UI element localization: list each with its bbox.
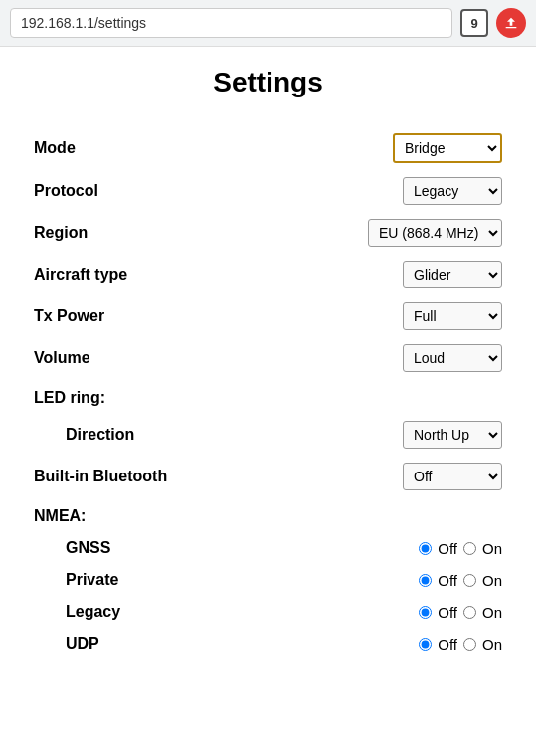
nmea-udp-row: UDP Off On <box>30 628 506 660</box>
nmea-udp-radio-group: Off On <box>295 636 502 653</box>
nmea-legacy-radio-group: Off On <box>295 604 502 621</box>
aircraft-type-label: Aircraft type <box>30 254 291 295</box>
direction-control: North Up Track Up Off <box>291 414 506 456</box>
settings-page: Settings Mode Bridge Receiver Transceive… <box>0 47 536 689</box>
tx-power-select[interactable]: Full Low Medium <box>403 302 502 330</box>
protocol-row: Protocol Legacy FLARM OGN <box>30 170 506 212</box>
nmea-legacy-off-radio[interactable] <box>419 606 432 619</box>
protocol-label: Protocol <box>30 170 291 212</box>
nmea-gnss-on-radio[interactable] <box>463 542 476 555</box>
bluetooth-control: Off On <box>291 456 506 497</box>
address-bar[interactable]: 192.168.1.1/settings <box>10 8 452 38</box>
protocol-control: Legacy FLARM OGN <box>291 170 506 212</box>
region-label: Region <box>30 212 291 254</box>
nmea-private-control: Off On <box>291 564 506 596</box>
nmea-private-radio-group: Off On <box>295 572 502 589</box>
nmea-udp-on-label[interactable]: On <box>482 636 502 653</box>
nmea-legacy-row: Legacy Off On <box>30 596 506 628</box>
bluetooth-row: Built-in Bluetooth Off On <box>30 456 506 497</box>
nmea-gnss-on-label[interactable]: On <box>482 540 502 557</box>
nmea-udp-control: Off On <box>291 628 506 660</box>
aircraft-type-select[interactable]: Glider Plane Helicopter UAV <box>403 261 502 288</box>
led-ring-label: LED ring: <box>30 379 291 414</box>
mode-label: Mode <box>30 126 291 170</box>
aircraft-type-row: Aircraft type Glider Plane Helicopter UA… <box>30 254 506 295</box>
nmea-label: NMEA: <box>30 497 291 532</box>
nmea-header-row: NMEA: <box>30 497 506 532</box>
upload-button[interactable] <box>496 8 526 38</box>
browser-chrome: 192.168.1.1/settings 9 <box>0 0 536 47</box>
settings-table: Mode Bridge Receiver Transceiver Protoco… <box>30 126 506 660</box>
nmea-gnss-radio-group: Off On <box>295 540 502 557</box>
aircraft-type-control: Glider Plane Helicopter UAV <box>291 254 506 295</box>
nmea-gnss-control: Off On <box>291 532 506 564</box>
tx-power-label: Tx Power <box>30 295 291 337</box>
nmea-private-on-radio[interactable] <box>463 574 476 587</box>
region-select[interactable]: EU (868.4 MHz) US (915 MHz) AU (921 MHz) <box>368 219 502 247</box>
protocol-select[interactable]: Legacy FLARM OGN <box>403 177 502 205</box>
volume-label: Volume <box>30 337 291 379</box>
volume-row: Volume Loud Medium Low Off <box>30 337 506 379</box>
direction-select[interactable]: North Up Track Up Off <box>403 421 502 449</box>
tx-power-row: Tx Power Full Low Medium <box>30 295 506 337</box>
nmea-legacy-control: Off On <box>291 596 506 628</box>
nmea-gnss-off-radio[interactable] <box>419 542 432 555</box>
direction-row: Direction North Up Track Up Off <box>30 414 506 456</box>
nmea-private-row: Private Off On <box>30 564 506 596</box>
mode-control: Bridge Receiver Transceiver <box>291 126 506 170</box>
led-ring-header-row: LED ring: <box>30 379 506 414</box>
page-title: Settings <box>30 67 506 98</box>
nmea-udp-off-radio[interactable] <box>419 638 432 651</box>
nmea-private-off-label[interactable]: Off <box>438 572 457 589</box>
nmea-private-on-label[interactable]: On <box>482 572 502 589</box>
nmea-gnss-row: GNSS Off On <box>30 532 506 564</box>
nmea-gnss-label: GNSS <box>30 532 291 564</box>
nmea-udp-on-radio[interactable] <box>463 638 476 651</box>
region-row: Region EU (868.4 MHz) US (915 MHz) AU (9… <box>30 212 506 254</box>
nmea-private-label: Private <box>30 564 291 596</box>
nmea-udp-off-label[interactable]: Off <box>438 636 457 653</box>
nmea-legacy-on-label[interactable]: On <box>482 604 502 621</box>
nmea-gnss-off-label[interactable]: Off <box>438 540 457 557</box>
bluetooth-label: Built-in Bluetooth <box>30 456 291 497</box>
tx-power-control: Full Low Medium <box>291 295 506 337</box>
direction-label: Direction <box>30 414 291 456</box>
volume-select[interactable]: Loud Medium Low Off <box>403 344 502 372</box>
nmea-legacy-off-label[interactable]: Off <box>438 604 457 621</box>
mode-select[interactable]: Bridge Receiver Transceiver <box>393 133 502 163</box>
bluetooth-select[interactable]: Off On <box>403 463 502 490</box>
region-control: EU (868.4 MHz) US (915 MHz) AU (921 MHz) <box>291 212 506 254</box>
nmea-legacy-label: Legacy <box>30 596 291 628</box>
tab-count-badge[interactable]: 9 <box>460 9 488 37</box>
volume-control: Loud Medium Low Off <box>291 337 506 379</box>
nmea-private-off-radio[interactable] <box>419 574 432 587</box>
nmea-udp-label: UDP <box>30 628 291 660</box>
mode-row: Mode Bridge Receiver Transceiver <box>30 126 506 170</box>
nmea-legacy-on-radio[interactable] <box>463 606 476 619</box>
